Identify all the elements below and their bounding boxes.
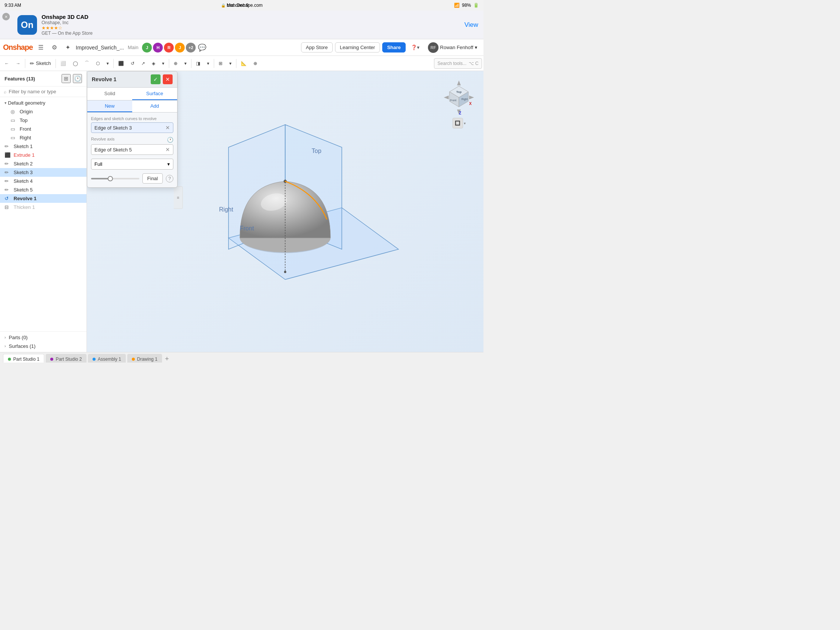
full-field-group: Full ▾ — [91, 159, 174, 170]
sidebar-add-icon[interactable]: ⊞ — [62, 74, 71, 83]
tab-part-studio-1[interactable]: Part Studio 1 — [3, 354, 44, 363]
tab-part-studio-2[interactable]: Part Studio 2 — [46, 354, 86, 363]
comment-icon[interactable]: 💬 — [198, 43, 206, 52]
app-store-button[interactable]: App Store — [301, 42, 333, 52]
more-boolean-button[interactable]: ▾ — [181, 57, 189, 69]
learning-center-button[interactable]: Learning Center — [335, 42, 380, 52]
subtab-new[interactable]: New — [87, 101, 132, 112]
full-dropdown[interactable]: Full ▾ — [91, 159, 174, 170]
front-plane-item[interactable]: ▭ Front — [6, 125, 87, 133]
parts-section[interactable]: › Parts (0) — [0, 333, 87, 342]
search-tools[interactable]: Search tools... ⌥ C — [434, 58, 482, 69]
avatar-j1[interactable]: J — [142, 43, 152, 52]
wifi-icon: 📶 — [454, 3, 459, 8]
revolve1-item[interactable]: ↺ Revolve 1 — [0, 194, 87, 203]
dialog-cancel-button[interactable]: ✕ — [163, 74, 173, 84]
extrude-button[interactable]: ⬛ — [115, 57, 127, 69]
edges-label: Edges and sketch curves to revolve — [91, 116, 174, 121]
back-button[interactable]: ← — [2, 57, 12, 69]
slider-thumb[interactable] — [107, 176, 113, 181]
avatar-count[interactable]: +2 — [186, 43, 196, 52]
boolean-button[interactable]: ⊕ — [171, 57, 180, 69]
edges-value-row[interactable]: Edge of Sketch 3 ✕ — [91, 122, 174, 133]
right-plane-item[interactable]: ▭ Right — [6, 133, 87, 142]
construct-button[interactable]: ⬜ — [57, 57, 69, 69]
revolve-btn[interactable]: ↺ — [128, 57, 137, 69]
origin-item[interactable]: ◎ Origin — [6, 107, 87, 116]
more-solid-button[interactable]: ▾ — [159, 57, 167, 69]
mirror-button[interactable]: ⊞ — [216, 57, 226, 69]
final-button[interactable]: Final — [142, 174, 163, 183]
fillet-button[interactable]: ◨ — [193, 57, 203, 69]
arc-button[interactable]: ⌒ — [82, 57, 92, 69]
nav-cube[interactable]: Top Front Right X Z 🔲 ▾ — [442, 79, 476, 112]
measure-button[interactable]: 📐 — [238, 57, 249, 69]
sidebar-history-icon[interactable]: 🕐 — [73, 74, 82, 83]
app-company: Onshape, Inc — [41, 20, 459, 25]
help-button[interactable]: ❓▾ — [408, 43, 423, 52]
surfaces-section[interactable]: › Surfaces (1) — [0, 342, 87, 351]
loft-button[interactable]: ◈ — [149, 57, 158, 69]
forward-button[interactable]: → — [13, 57, 24, 69]
app-banner-close[interactable]: ✕ — [2, 13, 10, 21]
circle-button[interactable]: ◯ — [70, 57, 81, 69]
full-label: Full — [95, 161, 103, 167]
clock-icon[interactable]: 🕐 — [167, 137, 174, 143]
extrude1-item[interactable]: ⬛ Extrude 1 — [0, 151, 87, 159]
tab-assembly-1[interactable]: Assembly 1 — [88, 354, 126, 363]
subtab-add[interactable]: Add — [132, 101, 177, 112]
sweep-button[interactable]: ↗ — [138, 57, 148, 69]
toolbar-divider-5 — [191, 59, 191, 68]
status-bar: 9:33 AM Mon Dec 9 🔒 cad.onshape.com 📶 98… — [0, 0, 483, 11]
tab-solid[interactable]: Solid — [87, 88, 132, 100]
sketch4-item[interactable]: ✏ Sketch 4 — [0, 177, 87, 185]
avatar-h[interactable]: H — [153, 43, 163, 52]
sketch5-item[interactable]: ✏ Sketch 5 — [0, 185, 87, 194]
sketch2-item[interactable]: ✏ Sketch 2 — [0, 159, 87, 168]
sidebar-search-input[interactable] — [9, 89, 83, 95]
axis-value: Edge of Sketch 5 — [95, 147, 166, 153]
user-button[interactable]: RF Rowan Fenhoff ▾ — [425, 40, 480, 55]
extrude1-label: Extrude 1 — [14, 152, 35, 158]
polygon-icon: ⬡ — [96, 61, 100, 66]
top-plane-item[interactable]: ▭ Top — [6, 116, 87, 125]
app-view-button[interactable]: View — [464, 21, 478, 29]
share-button[interactable]: Share — [382, 42, 406, 52]
revolve-dialog: Revolve 1 ✓ ✕ Solid Surface New Add Edge… — [87, 71, 177, 188]
surfaces-label: Surfaces (1) — [9, 343, 35, 349]
revolve1-label: Revolve 1 — [14, 196, 36, 201]
tab-dot-2 — [50, 358, 53, 361]
3d-scene: Front Top Right — [153, 87, 417, 314]
polygon-button[interactable]: ⬡ — [93, 57, 103, 69]
thicken1-item[interactable]: ⊟ Thicken 1 — [0, 203, 87, 212]
features-button[interactable]: ⚙ — [49, 42, 60, 53]
more-fillet-button[interactable]: ▾ — [204, 57, 212, 69]
avatar-j2[interactable]: J — [175, 43, 185, 52]
tab-drawing-1[interactable]: Drawing 1 — [127, 354, 162, 363]
right-plane-label: Right — [20, 135, 31, 141]
viewport[interactable]: Revolve 1 ✓ ✕ Solid Surface New Add Edge… — [87, 71, 483, 352]
front-plane-label: Front — [20, 126, 31, 132]
app-info: Onshape 3D CAD Onshape, Inc ★★★★☆ GET — … — [41, 14, 459, 36]
sketch1-item[interactable]: ✏ Sketch 1 — [0, 142, 87, 151]
tab-surface[interactable]: Surface — [132, 88, 177, 100]
edges-clear-icon[interactable]: ✕ — [166, 125, 170, 131]
revolve-slider[interactable] — [91, 178, 139, 179]
avatar-r[interactable]: R — [164, 43, 174, 52]
axis-value-row[interactable]: Edge of Sketch 5 ✕ — [91, 144, 174, 155]
add-tab-button[interactable]: + — [164, 355, 171, 363]
sketch3-item[interactable]: ✏ Sketch 3 — [0, 168, 87, 177]
more-pattern-button[interactable]: ▾ — [226, 57, 235, 69]
toolbar-divider-6 — [214, 59, 214, 68]
more-sketch-button[interactable]: ▾ — [104, 57, 112, 69]
axis-clear-icon[interactable]: ✕ — [166, 147, 170, 153]
svg-text:Top: Top — [312, 148, 321, 154]
sketch-button[interactable]: ✏ Sketch — [27, 57, 54, 69]
dialog-ok-button[interactable]: ✓ — [151, 74, 161, 84]
properties-button[interactable]: ✦ — [62, 42, 74, 53]
default-geometry-group[interactable]: ▾ Default geometry — [0, 99, 87, 107]
sketch3-icon: ✏ — [5, 170, 11, 175]
menu-button[interactable]: ☰ — [35, 42, 46, 53]
add-button[interactable]: ⊕ — [250, 57, 260, 69]
help-icon[interactable]: ? — [166, 175, 174, 182]
